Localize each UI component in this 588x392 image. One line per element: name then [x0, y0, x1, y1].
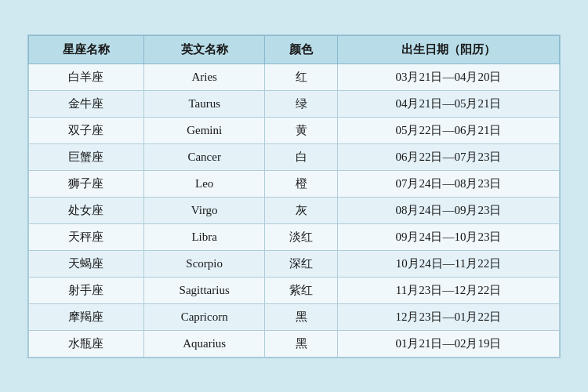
table-header-row: 星座名称 英文名称 颜色 出生日期（阳历） [29, 35, 560, 64]
cell-color: 白 [265, 143, 338, 170]
cell-color: 灰 [265, 197, 338, 223]
cell-english: Capricorn [143, 303, 265, 330]
cell-dates: 11月23日—12月22日 [337, 277, 559, 303]
cell-dates: 04月21日—05月21日 [337, 90, 559, 117]
cell-color: 绿 [265, 90, 338, 117]
header-birth-date: 出生日期（阳历） [337, 35, 559, 64]
cell-chinese: 巨蟹座 [29, 143, 144, 170]
table-body: 白羊座Aries红03月21日—04月20日金牛座Taurus绿04月21日—0… [29, 64, 560, 357]
cell-english: Libra [143, 223, 265, 250]
cell-chinese: 天蝎座 [29, 250, 144, 277]
table-row: 摩羯座Capricorn黑12月23日—01月22日 [29, 303, 560, 330]
cell-english: Leo [143, 170, 265, 197]
cell-chinese: 摩羯座 [29, 303, 144, 330]
cell-dates: 07月24日—08月23日 [337, 170, 559, 197]
cell-color: 紫红 [265, 277, 338, 303]
cell-english: Gemini [143, 117, 265, 143]
table-row: 狮子座Leo橙07月24日—08月23日 [29, 170, 560, 197]
cell-english: Taurus [143, 90, 265, 117]
cell-english: Virgo [143, 197, 265, 223]
cell-dates: 05月22日—06月21日 [337, 117, 559, 143]
cell-chinese: 射手座 [29, 277, 144, 303]
cell-color: 黑 [265, 303, 338, 330]
table-row: 水瓶座Aquarius黑01月21日—02月19日 [29, 330, 560, 357]
header-color: 颜色 [265, 35, 338, 64]
zodiac-table-container: 星座名称 英文名称 颜色 出生日期（阳历） 白羊座Aries红03月21日—04… [27, 34, 561, 358]
cell-dates: 06月22日—07月23日 [337, 143, 559, 170]
cell-dates: 03月21日—04月20日 [337, 64, 559, 90]
table-row: 金牛座Taurus绿04月21日—05月21日 [29, 90, 560, 117]
cell-color: 红 [265, 64, 338, 90]
table-row: 处女座Virgo灰08月24日—09月23日 [29, 197, 560, 223]
table-row: 天秤座Libra淡红09月24日—10月23日 [29, 223, 560, 250]
cell-color: 深红 [265, 250, 338, 277]
cell-chinese: 水瓶座 [29, 330, 144, 357]
cell-chinese: 金牛座 [29, 90, 144, 117]
table-row: 巨蟹座Cancer白06月22日—07月23日 [29, 143, 560, 170]
cell-english: Scorpio [143, 250, 265, 277]
cell-dates: 12月23日—01月22日 [337, 303, 559, 330]
cell-chinese: 狮子座 [29, 170, 144, 197]
cell-dates: 10月24日—11月22日 [337, 250, 559, 277]
cell-chinese: 天秤座 [29, 223, 144, 250]
cell-color: 淡红 [265, 223, 338, 250]
cell-color: 黑 [265, 330, 338, 357]
cell-dates: 09月24日—10月23日 [337, 223, 559, 250]
header-chinese-name: 星座名称 [29, 35, 144, 64]
cell-dates: 08月24日—09月23日 [337, 197, 559, 223]
cell-chinese: 白羊座 [29, 64, 144, 90]
cell-english: Sagittarius [143, 277, 265, 303]
cell-chinese: 双子座 [29, 117, 144, 143]
cell-dates: 01月21日—02月19日 [337, 330, 559, 357]
table-row: 白羊座Aries红03月21日—04月20日 [29, 64, 560, 90]
table-row: 双子座Gemini黄05月22日—06月21日 [29, 117, 560, 143]
zodiac-table: 星座名称 英文名称 颜色 出生日期（阳历） 白羊座Aries红03月21日—04… [28, 35, 560, 358]
cell-color: 黄 [265, 117, 338, 143]
header-english-name: 英文名称 [143, 35, 265, 64]
cell-english: Aries [143, 64, 265, 90]
table-row: 天蝎座Scorpio深红10月24日—11月22日 [29, 250, 560, 277]
cell-english: Cancer [143, 143, 265, 170]
table-row: 射手座Sagittarius紫红11月23日—12月22日 [29, 277, 560, 303]
cell-english: Aquarius [143, 330, 265, 357]
cell-chinese: 处女座 [29, 197, 144, 223]
cell-color: 橙 [265, 170, 338, 197]
